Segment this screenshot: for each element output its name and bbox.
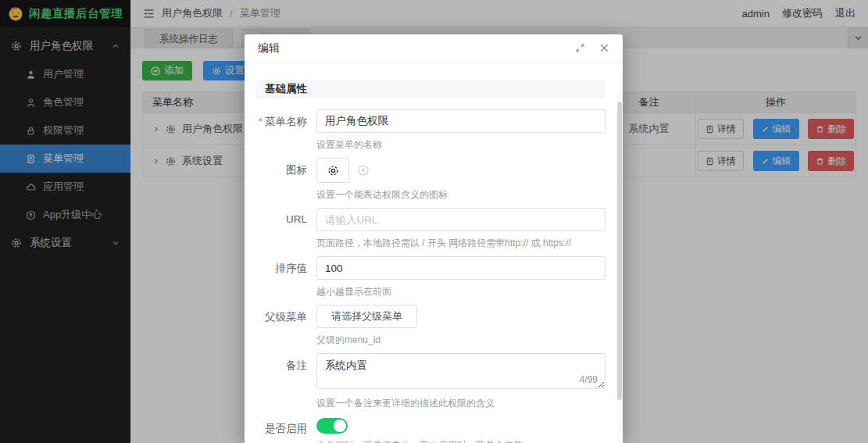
toggle-knob bbox=[334, 420, 346, 432]
sort-help: 越小越显示在前面 bbox=[316, 285, 605, 298]
edit-modal-dialog: 编辑 基础属性 *菜单名称 设置菜单的名称 图标 bbox=[245, 34, 623, 443]
form-item-parent-menu: 父级菜单 请选择父级菜单 父级的menu_id bbox=[255, 305, 605, 347]
form-item-remark: 备注 系统内置 4/99 设置一个备注来更详细的描述此权限的含义 bbox=[255, 353, 605, 410]
icon-label: 图标 bbox=[255, 158, 307, 202]
enabled-label: 是否启用 bbox=[255, 416, 307, 443]
enabled-toggle[interactable] bbox=[316, 418, 348, 434]
close-icon bbox=[599, 43, 609, 53]
parent-menu-help: 父级的menu_id bbox=[316, 334, 605, 347]
menu-name-help: 设置菜单的名称 bbox=[316, 138, 605, 152]
modal-body: 基础属性 *菜单名称 设置菜单的名称 图标 设置一个能 bbox=[245, 63, 623, 443]
form-item-sort: 排序值 越小越显示在前面 bbox=[255, 256, 605, 298]
modal-scrollbar-thumb[interactable] bbox=[617, 102, 622, 400]
clear-icon-button[interactable] bbox=[357, 164, 370, 177]
icon-picker-button[interactable] bbox=[316, 158, 349, 183]
form-item-icon: 图标 设置一个能表达权限含义的图标 bbox=[255, 158, 605, 202]
modal-header: 编辑 bbox=[245, 34, 623, 63]
gear-icon bbox=[327, 165, 339, 177]
remark-help: 设置一个备注来更详细的描述此权限的含义 bbox=[316, 397, 605, 410]
enabled-help: 当关闭时，菜单将失效，再次启用时，菜单会恢复。 bbox=[316, 439, 605, 443]
icon-help: 设置一个能表达权限含义的图标 bbox=[316, 188, 605, 202]
sort-input[interactable] bbox=[316, 256, 605, 280]
fullscreen-icon bbox=[575, 43, 585, 53]
required-asterisk: * bbox=[259, 116, 263, 127]
remark-label: 备注 bbox=[255, 353, 307, 410]
url-help: 页面路径，本地路径需以 / 开头 网络路径需带http:// 或 https:/… bbox=[316, 237, 605, 250]
close-button[interactable] bbox=[599, 43, 609, 53]
remark-textarea[interactable]: 系统内置 bbox=[316, 353, 605, 389]
modal-title: 编辑 bbox=[258, 41, 280, 55]
url-input[interactable] bbox=[316, 208, 605, 231]
fullscreen-button[interactable] bbox=[575, 43, 585, 53]
parent-menu-label: 父级菜单 bbox=[255, 305, 307, 347]
section-basic-properties: 基础属性 bbox=[255, 80, 605, 98]
parent-menu-select-button[interactable]: 请选择父级菜单 bbox=[316, 305, 417, 328]
form-item-url: URL 页面路径，本地路径需以 / 开头 网络路径需带http:// 或 htt… bbox=[255, 208, 605, 250]
form-item-enabled: 是否启用 当关闭时，菜单将失效，再次启用时，菜单会恢复。 bbox=[255, 416, 605, 443]
menu-name-input[interactable] bbox=[316, 109, 605, 133]
circle-x-icon bbox=[357, 164, 370, 177]
sort-label: 排序值 bbox=[255, 256, 307, 298]
menu-name-label: *菜单名称 bbox=[255, 109, 307, 152]
url-label: URL bbox=[255, 208, 307, 250]
char-counter: 4/99 bbox=[577, 374, 598, 385]
form-item-menu-name: *菜单名称 设置菜单的名称 bbox=[255, 109, 605, 152]
